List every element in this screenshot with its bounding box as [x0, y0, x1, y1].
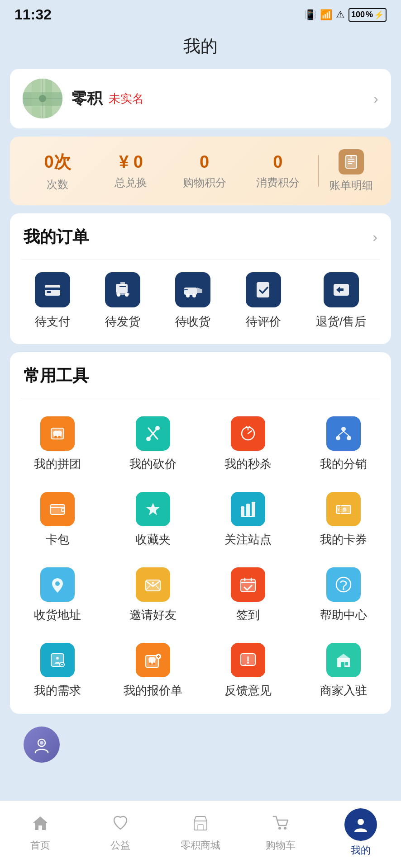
svg-point-83 [153, 663, 155, 665]
svg-text:¥: ¥ [337, 507, 340, 512]
status-icons: 📳 📶 ⚠ 100 % ⚡ [304, 8, 387, 22]
stat-visits: 0次 次数 [21, 151, 94, 192]
tool-checkin[interactable]: 签到 [200, 558, 296, 634]
unverified-badge: 未实名 [109, 91, 144, 107]
nav-cart[interactable]: 购物车 [253, 814, 308, 852]
svg-rect-102 [198, 825, 203, 830]
vibrate-icon: 📳 [304, 9, 316, 21]
distribution-label: 我的分销 [320, 456, 367, 472]
svg-point-51 [62, 509, 64, 511]
wallet-label: 卡包 [46, 532, 69, 547]
battery-indicator: 100 % ⚡ [348, 8, 387, 22]
tool-quotation[interactable]: 我的报价单 [105, 634, 201, 709]
stat-shopping-points-value: 0 [200, 152, 209, 172]
stat-bill-label: 账单明细 [329, 178, 373, 193]
orders-header[interactable]: 我的订单 › [10, 213, 391, 259]
svg-point-73 [343, 588, 344, 590]
order-item-pending-ship[interactable]: 待发货 [105, 272, 140, 330]
order-item-pending-receive[interactable]: 待收货 [175, 272, 210, 330]
tool-needs[interactable]: 我的需求 [10, 634, 105, 709]
tool-feedback[interactable]: 反馈意见 [200, 634, 296, 709]
profile-name-row: 零积 未实名 [72, 88, 364, 109]
profile-chevron-icon[interactable]: › [373, 90, 378, 107]
tool-merchant[interactable]: 商家入驻 [296, 634, 391, 709]
status-bar: 11:32 📳 📶 ⚠ 100 % ⚡ [0, 0, 401, 27]
svg-point-45 [347, 436, 351, 440]
tool-distribution[interactable]: 我的分销 [296, 407, 391, 483]
tool-flash-sale[interactable]: 我的秒杀 [200, 407, 296, 483]
order-item-pending-pay[interactable]: 待支付 [35, 272, 70, 330]
nav-charity-label: 公益 [110, 839, 130, 852]
svg-rect-27 [257, 282, 269, 297]
favorites-icon [136, 492, 170, 526]
orders-title: 我的订单 [24, 226, 89, 248]
orders-section: 我的订单 › 待支付 [10, 213, 391, 344]
tool-bargain[interactable]: 我的砍价 [105, 407, 201, 483]
avatar-map-image [23, 79, 62, 118]
support-button[interactable] [24, 726, 60, 763]
charging-icon: ⚡ [374, 10, 384, 20]
profile-card[interactable]: 零积 未实名 › [10, 69, 391, 128]
tools-header: 常用工具 [10, 352, 391, 398]
quotation-label: 我的报价单 [124, 683, 182, 698]
tool-invite[interactable]: 邀请好友 [105, 558, 201, 634]
tool-address[interactable]: 收货地址 [10, 558, 105, 634]
stats-card: 0次 次数 ¥ 0 总兑换 0 购物积分 0 消费积分 ¥ [10, 137, 391, 205]
svg-text:券: 券 [342, 507, 347, 512]
nav-mine[interactable]: 我的 [334, 808, 388, 857]
svg-rect-95 [345, 662, 348, 665]
tool-follow-site[interactable]: 关注站点 [200, 483, 296, 558]
pending-receive-icon [175, 272, 210, 307]
svg-point-103 [278, 827, 281, 830]
feedback-label: 反馈意见 [224, 683, 272, 698]
stat-bill[interactable]: ¥ 账单明细 [322, 149, 380, 193]
group-buy-label: 我的拼团 [34, 456, 81, 472]
tool-wallet[interactable]: 卡包 [10, 483, 105, 558]
nav-home[interactable]: 首页 [13, 814, 67, 852]
order-item-returns[interactable]: 退货/售后 [316, 272, 366, 330]
address-label: 收货地址 [34, 607, 81, 623]
checkin-label: 签到 [236, 607, 260, 623]
nav-charity[interactable]: 公益 [93, 814, 148, 852]
svg-marker-93 [336, 654, 351, 659]
home-icon [31, 814, 49, 836]
svg-marker-99 [33, 816, 48, 830]
stat-exchange: ¥ 0 总兑换 [94, 152, 167, 190]
tools-title: 常用工具 [24, 365, 89, 387]
svg-point-31 [54, 436, 57, 439]
tools-section: 常用工具 我的拼团 [10, 352, 391, 714]
nav-store[interactable]: 零积商城 [173, 814, 228, 852]
pending-ship-label: 待发货 [105, 314, 140, 330]
battery-level: 100 [351, 10, 365, 19]
svg-point-32 [58, 436, 61, 439]
pending-receive-label: 待收货 [175, 314, 210, 330]
profile-info: 零积 未实名 [72, 88, 364, 109]
svg-point-44 [336, 436, 340, 440]
svg-line-42 [249, 426, 250, 427]
avatar [23, 79, 62, 118]
svg-point-35 [155, 426, 160, 430]
tool-favorites[interactable]: 收藏夹 [105, 483, 201, 558]
order-item-pending-review[interactable]: 待评价 [246, 272, 281, 330]
nav-cart-label: 购物车 [266, 839, 296, 852]
returns-label: 退货/售后 [316, 314, 366, 330]
group-buy-icon [40, 416, 75, 451]
svg-point-105 [358, 819, 364, 825]
nav-store-label: 零积商城 [181, 839, 220, 852]
tool-help[interactable]: 帮助中心 [296, 558, 391, 634]
tool-coupons[interactable]: 券 ¥ 我的卡券 [296, 483, 391, 558]
svg-point-104 [284, 827, 286, 830]
invite-label: 邀请好友 [129, 607, 177, 623]
tool-group-buy[interactable]: 我的拼团 [10, 407, 105, 483]
bottom-nav: 首页 公益 零积商城 购物车 [0, 801, 401, 868]
pending-pay-label: 待支付 [35, 314, 70, 330]
coupons-label: 我的卡券 [320, 532, 367, 547]
pending-review-icon [246, 272, 281, 307]
bargain-icon [136, 416, 170, 451]
flash-sale-icon [231, 416, 265, 451]
nav-home-label: 首页 [30, 839, 50, 852]
merchant-label: 商家入驻 [320, 683, 367, 698]
svg-point-36 [146, 437, 151, 441]
svg-rect-14 [45, 288, 60, 290]
svg-rect-15 [47, 291, 51, 293]
